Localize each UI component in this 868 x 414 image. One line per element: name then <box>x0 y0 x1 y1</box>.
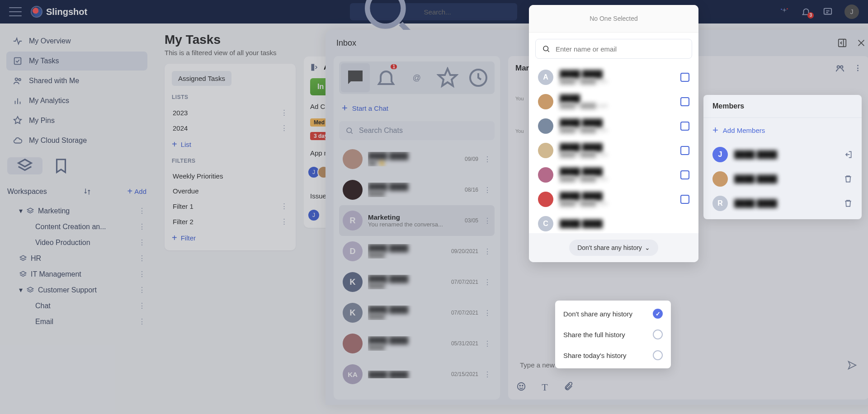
member-row: J████ ████ <box>703 142 862 167</box>
trash-icon[interactable] <box>844 174 853 183</box>
svg-point-32 <box>543 46 548 51</box>
svg-line-33 <box>548 51 549 52</box>
checkbox[interactable] <box>680 73 689 82</box>
checkbox[interactable] <box>680 122 689 131</box>
add-people-popover: No One Selected A████ ████████@████.com … <box>529 5 698 262</box>
search-icon <box>542 45 550 53</box>
leave-icon[interactable] <box>844 150 853 159</box>
person-row[interactable]: ████ ████████@████.com <box>529 163 698 187</box>
people-search-input[interactable] <box>556 45 685 53</box>
chevron-down-icon: ⌄ <box>645 244 650 251</box>
menu-option[interactable]: Share today's history <box>555 345 671 366</box>
people-search[interactable] <box>535 39 692 59</box>
person-row[interactable]: ████ ████████@████.com <box>529 138 698 163</box>
radio-selected-icon <box>653 309 663 319</box>
checkbox[interactable] <box>680 146 689 155</box>
radio-icon <box>653 329 663 339</box>
members-title: Members <box>703 95 862 118</box>
trash-icon[interactable] <box>844 199 853 208</box>
person-row[interactable]: ████ ████████@████.com <box>529 114 698 138</box>
checkbox[interactable] <box>680 195 689 204</box>
menu-option[interactable]: Don't share any history <box>555 303 671 324</box>
members-popover: Members +Add Members J████ ████ ████ ███… <box>703 95 862 219</box>
member-row: R████ ████ <box>703 191 862 216</box>
member-row: ████ ████ <box>703 167 862 191</box>
person-row[interactable]: ████████@████.com <box>529 89 698 114</box>
person-row[interactable]: ████ ████████@████.com <box>529 187 698 212</box>
selection-summary: No One Selected <box>529 5 698 33</box>
checkbox[interactable] <box>680 97 689 106</box>
history-share-menu: Don't share any history Share the full h… <box>555 301 671 368</box>
popover-footer: Don't share any history⌄ <box>529 233 698 262</box>
add-members-button[interactable]: +Add Members <box>703 118 862 142</box>
people-list: A████ ████████@████.com ████████@████.co… <box>529 65 698 233</box>
person-row[interactable]: C████ ████ <box>529 212 698 233</box>
checkbox[interactable] <box>680 170 689 179</box>
history-share-dropdown[interactable]: Don't share any history⌄ <box>569 240 658 256</box>
menu-option[interactable]: Share the full history <box>555 324 671 345</box>
radio-icon <box>653 350 663 360</box>
person-row[interactable]: A████ ████████@████.com <box>529 65 698 89</box>
